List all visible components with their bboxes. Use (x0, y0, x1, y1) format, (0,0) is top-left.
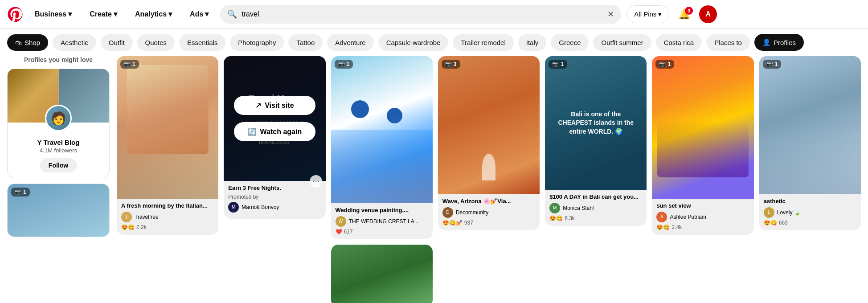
business-label: Business (35, 10, 66, 18)
author-name-greece: THE WEDDING CREST LA... (349, 218, 419, 225)
chip-costa-rica[interactable]: Costa rica (656, 34, 702, 51)
pin-stats-greece: ❤️ 617 (336, 229, 428, 235)
ads-label: Ads (190, 10, 203, 18)
camera-icon: 📷 (15, 189, 21, 195)
chip-adventure[interactable]: Adventure (327, 34, 373, 51)
pin-image-marriott: Travel More. Earn 3 Free Nights. THE MAR… (224, 56, 325, 181)
pin-card-marriott[interactable]: Travel More. Earn 3 Free Nights. THE MAR… (224, 56, 325, 219)
all-pins-label: All Pins (634, 10, 656, 18)
notifications-button[interactable]: 🔔 3 (675, 5, 694, 24)
replay-icon: 🔄 (248, 127, 257, 136)
chip-essentials[interactable]: Essentials (179, 34, 225, 51)
pin-stats-wave: 😍😋💅 937 (442, 220, 535, 226)
profile-name: Y Travel Blog (13, 139, 104, 146)
chip-italy[interactable]: Italy (518, 34, 547, 51)
chip-tattoo[interactable]: Tattoo (288, 34, 323, 51)
user-avatar-button[interactable]: A (699, 5, 717, 23)
follow-button[interactable]: Follow (40, 158, 77, 172)
pin-info-bali: $100 A DAY in Bali can get you... M Moni… (545, 190, 647, 226)
search-clear-button[interactable]: ✕ (607, 9, 614, 19)
all-pins-button[interactable]: All Pins ▾ (626, 5, 669, 23)
pin-info-wave: Wave, Arizona 🌸💅Via... D Decommunity 😍😋💅… (438, 194, 540, 230)
pin-card-greece[interactable]: 📷 1 Wedding venue painting,... W THE WED… (331, 56, 433, 239)
watch-again-button[interactable]: 🔄 Watch again (234, 122, 315, 141)
chip-quotes[interactable]: Quotes (137, 34, 175, 51)
pin-card-venice[interactable]: 📷 1 asthetic L Lovely 🍃 😍😋 663 (759, 56, 861, 230)
camera-icon: 📷 (124, 61, 131, 67)
author-avatar-italy: T (121, 212, 132, 222)
profiles-section-label: Profiles you might love (7, 56, 110, 63)
pin-image-bali: Bali is one of the CHEAPEST islands in t… (545, 56, 647, 190)
pin-info-greece: Wedding venue painting,... W THE WEDDING… (331, 203, 433, 239)
pin-image-wave: 📷 3 (438, 56, 540, 194)
pin-badge-sunset: 📷 1 (655, 60, 674, 69)
pin-image-italy: 📷 1 (117, 56, 218, 199)
search-bar: 🔍 ✕ (220, 5, 621, 24)
small-card-badge: 📷 1 (11, 188, 30, 197)
pin-card-wave[interactable]: 📷 3 Wave, Arizona 🌸💅Via... D Decommunity… (438, 56, 540, 230)
chip-greece[interactable]: Greece (551, 34, 589, 51)
profile-followers: 4.1M followers (13, 147, 104, 154)
pin-stats-italy: 😍😋 2.2k (121, 224, 214, 230)
analytics-nav[interactable]: Analytics ▾ (129, 6, 178, 22)
notification-badge: 3 (685, 7, 693, 15)
chip-shop[interactable]: 🛍 Shop (7, 34, 48, 51)
search-icon: 🔍 (227, 9, 237, 19)
pin-author-row-italy: T Travelfree (121, 212, 214, 222)
pin-card-italy[interactable]: 📷 1 A fresh morning by the Italian... T … (117, 56, 218, 235)
author-avatar-sunset: A (656, 212, 667, 222)
chip-capsule-wardrobe[interactable]: Capsule wardrobe (378, 34, 449, 51)
pin-info-marriott: Earn 3 Free Nights. Promoted by M Marrio… (224, 181, 325, 219)
chip-outfit-summer[interactable]: Outfit summer (593, 34, 651, 51)
pin-title-venice: asthetic (764, 198, 856, 205)
camera-icon: 📷 (766, 61, 773, 67)
chip-trailer-remodel[interactable]: Trailer remodel (453, 34, 513, 51)
all-pins-chevron: ▾ (658, 10, 662, 18)
chip-aesthetic[interactable]: Aesthetic (53, 34, 96, 51)
author-avatar-marriott: M (228, 202, 239, 213)
pin-author-row-bali: M Monica Stahl (549, 203, 642, 213)
business-chevron: ▾ (68, 10, 72, 18)
chip-photography[interactable]: Photography (230, 34, 284, 51)
create-nav[interactable]: Create ▾ (83, 6, 123, 22)
author-name-italy: Travelfree (135, 214, 159, 220)
ads-nav[interactable]: Ads ▾ (184, 6, 215, 22)
main-content: Profiles you might love 🧑 Y Travel Blog … (0, 56, 868, 303)
pin-title-marriott: Earn 3 Free Nights. (228, 184, 321, 192)
search-input[interactable] (242, 10, 603, 18)
author-avatar-venice: L (764, 207, 774, 218)
profile-card-y-travel[interactable]: 🧑 Y Travel Blog 4.1M followers Follow (7, 69, 110, 178)
author-avatar-wave: D (442, 207, 453, 218)
chip-outfit[interactable]: Outfit (101, 34, 133, 51)
pin-image-green (331, 245, 433, 303)
pin-badge-venice: 📷 1 (763, 60, 782, 69)
author-avatar-greece: W (336, 216, 346, 227)
pin-stats-sunset: 😍😋 2.4k (656, 224, 749, 230)
greece-column: 📷 1 Wedding venue painting,... W THE WED… (331, 56, 433, 303)
pin-card-sunset[interactable]: 📷 1 sun set view A Ashlee Putnam 😍😋 2.4k (652, 56, 753, 235)
pin-card-bali[interactable]: Bali is one of the CHEAPEST islands in t… (545, 56, 647, 226)
pin-subtitle-marriott: Promoted by (228, 194, 321, 200)
author-name-sunset: Ashlee Putnam (670, 214, 706, 220)
pin-image-greece: 📷 1 (331, 56, 433, 203)
business-nav[interactable]: Business ▾ (29, 6, 78, 22)
analytics-chevron: ▾ (168, 10, 172, 18)
chip-places-to[interactable]: Places to (706, 34, 750, 51)
pin-info-venice: asthetic L Lovely 🍃 😍😋 663 (759, 194, 861, 230)
author-name-venice: Lovely 🍃 (777, 209, 801, 216)
pin-image-sunset: 📷 1 (652, 56, 753, 199)
small-profile-card[interactable]: 📷 1 (7, 184, 110, 237)
pin-card-green[interactable] (331, 245, 433, 303)
logo[interactable] (7, 6, 23, 22)
visit-site-button[interactable]: ↗ Visit site (234, 96, 315, 115)
small-card-inner: 📷 1 (8, 184, 109, 237)
pin-stats-venice: 😍😋 663 (764, 220, 856, 226)
chip-profiles[interactable]: 👤 Profiles (754, 34, 804, 51)
header: Business ▾ Create ▾ Analytics ▾ Ads ▾ 🔍 … (0, 0, 868, 29)
pin-grid: 📷 1 A fresh morning by the Italian... T … (117, 56, 861, 303)
bali-overlay-text: Bali is one of the CHEAPEST islands in t… (545, 101, 647, 145)
pin-badge-greece: 📷 1 (335, 60, 353, 69)
chips-row: 🛍 Shop Aesthetic Outfit Quotes Essential… (0, 29, 868, 56)
pin-more-button-marriott[interactable]: ⋯ (310, 175, 322, 188)
pin-overlay-marriott: ↗ Visit site 🔄 Watch again (224, 56, 325, 181)
